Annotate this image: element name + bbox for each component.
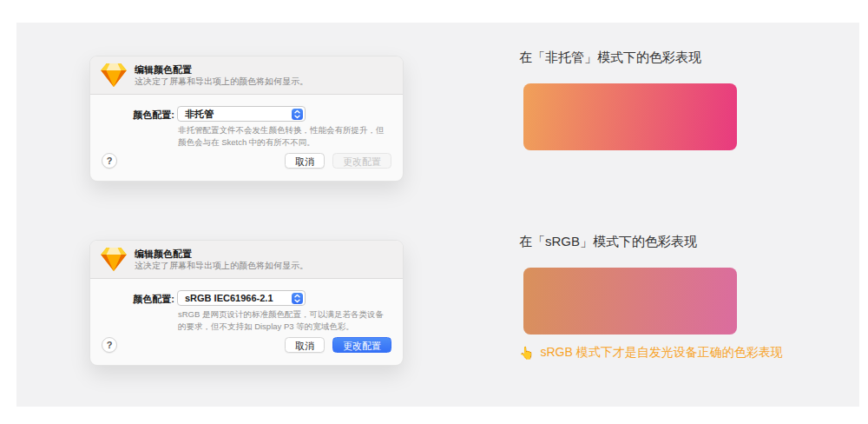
help-button[interactable]: ? bbox=[102, 153, 117, 169]
color-profile-dialog-srgb: 编辑颜色配置 这决定了屏幕和导出项上的颜色将如何显示。 颜色配置: sRGB I… bbox=[89, 240, 404, 366]
change-profile-button: 更改配置 bbox=[332, 153, 391, 169]
gradient-swatch-unmanaged bbox=[523, 83, 737, 150]
dialog-header-text: 编辑颜色配置 这决定了屏幕和导出项上的颜色将如何显示。 bbox=[135, 63, 308, 87]
sketch-diamond-icon bbox=[101, 63, 127, 87]
dialog-body: 颜色配置: 非托管 非托管配置文件不会发生颜色转换，性能会有所提升，但颜色会与在… bbox=[90, 96, 403, 181]
dialog-title: 编辑颜色配置 bbox=[135, 248, 308, 260]
popup-stepper-icon bbox=[292, 293, 303, 304]
color-profile-field-label: 颜色配置: bbox=[90, 109, 174, 122]
change-profile-button[interactable]: 更改配置 bbox=[332, 337, 391, 353]
profile-description-text: 非托管配置文件不会发生颜色转换，性能会有所提升，但颜色会与在 Sketch 中的… bbox=[178, 124, 389, 149]
srgb-note: 👆 sRGB 模式下才是自发光设备正确的色彩表现 bbox=[519, 345, 783, 361]
cancel-button[interactable]: 取消 bbox=[285, 153, 325, 169]
dialog-title: 编辑颜色配置 bbox=[135, 63, 308, 76]
gradient-swatch-srgb bbox=[523, 268, 737, 335]
sketch-diamond-icon bbox=[101, 248, 127, 271]
dialog-button-row: 取消 更改配置 bbox=[285, 337, 391, 353]
help-button[interactable]: ? bbox=[102, 337, 117, 353]
dialog-header: 编辑颜色配置 这决定了屏幕和导出项上的颜色将如何显示。 bbox=[90, 56, 403, 95]
preview-title-srgb: 在「sRGB」模式下的色彩表现 bbox=[519, 234, 697, 250]
color-profile-dialog-unmanaged: 编辑颜色配置 这决定了屏幕和导出项上的颜色将如何显示。 颜色配置: 非托管 非托… bbox=[89, 56, 404, 182]
color-profile-selected-value: sRGB IEC61966-2.1 bbox=[185, 293, 273, 303]
dialog-button-row: 取消 更改配置 bbox=[285, 153, 391, 169]
pointing-up-icon: 👆 bbox=[519, 346, 534, 360]
dialog-body: 颜色配置: sRGB IEC61966-2.1 sRGB 是网页设计的标准颜色配… bbox=[90, 280, 403, 365]
dialog-subtitle: 这决定了屏幕和导出项上的颜色将如何显示。 bbox=[135, 76, 308, 87]
dialog-header: 编辑颜色配置 这决定了屏幕和导出项上的颜色将如何显示。 bbox=[90, 241, 403, 279]
dialog-header-text: 编辑颜色配置 这决定了屏幕和导出项上的颜色将如何显示。 bbox=[135, 248, 308, 271]
color-profile-selected-value: 非托管 bbox=[185, 108, 214, 121]
srgb-note-text: sRGB 模式下才是自发光设备正确的色彩表现 bbox=[540, 345, 782, 361]
color-profile-select[interactable]: 非托管 bbox=[177, 106, 306, 122]
dialog-subtitle: 这决定了屏幕和导出项上的颜色将如何显示。 bbox=[135, 260, 308, 271]
color-profile-field-label: 颜色配置: bbox=[90, 293, 174, 306]
cancel-button[interactable]: 取消 bbox=[285, 337, 325, 353]
color-profile-select[interactable]: sRGB IEC61966-2.1 bbox=[177, 290, 306, 306]
profile-description-text: sRGB 是网页设计的标准颜色配置，可以满足若各类设备的要求，但不支持如 Dis… bbox=[178, 308, 389, 333]
popup-stepper-icon bbox=[292, 109, 303, 120]
preview-title-unmanaged: 在「非托管」模式下的色彩表现 bbox=[519, 50, 701, 66]
